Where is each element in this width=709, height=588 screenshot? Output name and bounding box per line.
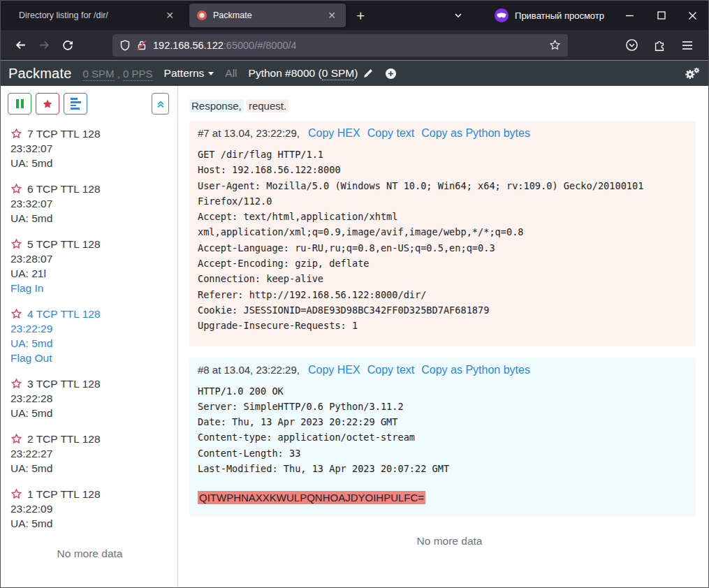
tab-directory-listing[interactable]: Directory listing for /dir/ ✕ bbox=[12, 3, 184, 27]
chevron-down-icon bbox=[208, 72, 214, 75]
pause-capture-button[interactable] bbox=[8, 93, 31, 115]
extensions-puzzle-icon[interactable] bbox=[648, 34, 671, 57]
packet-list-item-3[interactable]: 3 TCP TTL 128 23:22:28 UA: 5md bbox=[10, 376, 169, 420]
reload-button[interactable] bbox=[57, 34, 79, 57]
packet-ua: UA: 5md bbox=[10, 156, 169, 170]
favorite-star-icon[interactable] bbox=[10, 128, 22, 140]
packet-title: 6 TCP TTL 128 bbox=[27, 182, 101, 196]
url-host: 192.168.56.122 bbox=[153, 40, 224, 51]
packet-list-item-5[interactable]: 5 TCP TTL 128 23:28:07 UA: 21l Flag In bbox=[10, 237, 169, 295]
forward-button[interactable] bbox=[33, 34, 55, 57]
flag-in-label[interactable]: Flag In bbox=[10, 281, 169, 295]
bookmark-star-icon[interactable] bbox=[549, 39, 561, 51]
url-text[interactable]: 192.168.56.122:65000/#/8000/4 bbox=[153, 40, 543, 51]
packet-title: 3 TCP TTL 128 bbox=[27, 376, 101, 391]
favorite-star-icon[interactable] bbox=[10, 378, 22, 390]
copy-text-link[interactable]: Copy text bbox=[367, 364, 415, 376]
tab-packmate[interactable]: Packmate ✕ bbox=[189, 3, 346, 27]
packmate-header: Packmate 0 SPM , 0 PPS Patterns All Pyth… bbox=[1, 61, 708, 86]
url-path: :65000/#/8000/4 bbox=[224, 40, 297, 51]
packet-sidebar: 7 TCP TTL 128 23:32:07 UA: 5md 6 TCP TTL… bbox=[1, 86, 178, 587]
packet-time: 23:22:29 bbox=[10, 321, 169, 336]
shield-icon[interactable] bbox=[119, 40, 131, 51]
packet-detail-pane: Response, request. #7 at 13.04, 23:22:29… bbox=[178, 86, 708, 587]
settings-gears-icon[interactable] bbox=[684, 66, 701, 81]
packet-time: 23:22:27 bbox=[10, 446, 169, 461]
packet-ua: UA: 5md bbox=[10, 406, 169, 420]
sidebar-toolbar bbox=[8, 93, 169, 115]
packet-time: 23:32:07 bbox=[10, 141, 169, 156]
back-button[interactable] bbox=[9, 34, 31, 57]
nav-toolbar: 192.168.56.122:65000/#/8000/4 bbox=[1, 30, 708, 61]
pocket-icon[interactable] bbox=[620, 34, 643, 57]
packet-payload: HTTP/1.0 200 OK Server: SimpleHTTP/0.6 P… bbox=[198, 383, 663, 477]
tab-title: Directory listing for /dir/ bbox=[19, 10, 163, 20]
patterns-dropdown[interactable]: Patterns bbox=[164, 67, 214, 80]
packet-list-item-1[interactable]: 1 TCP TTL 128 23:22:09 UA: 5md bbox=[10, 487, 169, 531]
packet-list-item-6[interactable]: 6 TCP TTL 128 23:32:07 UA: 5md bbox=[10, 182, 169, 226]
packet-list-item-7[interactable]: 7 TCP TTL 128 23:32:07 UA: 5md bbox=[10, 126, 169, 170]
packet-title: 5 TCP TTL 128 bbox=[27, 237, 101, 251]
tab-bar: Directory listing for /dir/ ✕ Packmate ✕… bbox=[1, 1, 708, 30]
flag-out-label[interactable]: Flag Out bbox=[10, 351, 169, 365]
service-tab-python-8000[interactable]: Python #8000 (0 SPM) bbox=[249, 67, 374, 80]
copy-text-link[interactable]: Copy text bbox=[367, 127, 415, 140]
new-tab-button[interactable]: ＋ bbox=[350, 5, 371, 26]
packet-time: 23:22:09 bbox=[10, 501, 169, 516]
packet-title: 4 TCP TTL 128 bbox=[27, 307, 101, 321]
filter-all-link[interactable]: All bbox=[225, 67, 237, 80]
sidebar-no-more-data: No more data bbox=[10, 547, 169, 560]
favorite-star-icon[interactable] bbox=[10, 183, 22, 195]
packet-title: 2 TCP TTL 128 bbox=[27, 432, 101, 446]
close-window-button[interactable] bbox=[677, 1, 708, 30]
main-no-more-data: No more data bbox=[189, 535, 708, 547]
packet-list-item-4-selected[interactable]: 4 TCP TTL 128 23:22:29 UA: 5md Flag Out bbox=[10, 307, 169, 365]
packet-payload: GET /dir/flag HTTP/1.1 Host: 192.168.56.… bbox=[198, 147, 663, 334]
private-badge-label: Приватный просмотр bbox=[515, 10, 604, 21]
private-mask-icon bbox=[494, 8, 509, 23]
flag-match-highlight: QITWPHNAXXKWULPQNHOAJDYOIHPULFC= bbox=[198, 491, 425, 504]
packet-list-item-2[interactable]: 2 TCP TTL 128 23:22:27 UA: 5md bbox=[10, 432, 169, 476]
packet-time: 23:22:28 bbox=[10, 391, 169, 406]
tab-close-icon[interactable]: ✕ bbox=[325, 8, 339, 22]
packet-list: 7 TCP TTL 128 23:32:07 UA: 5md 6 TCP TTL… bbox=[8, 126, 169, 560]
spm-stat: 0 SPM bbox=[83, 68, 115, 81]
favorite-star-icon[interactable] bbox=[10, 433, 22, 445]
star-icon bbox=[42, 98, 53, 110]
double-chevron-up-icon bbox=[156, 99, 166, 109]
add-service-icon[interactable] bbox=[385, 68, 397, 80]
url-bar[interactable]: 192.168.56.122:65000/#/8000/4 bbox=[112, 34, 568, 57]
packet-ua: UA: 5md bbox=[10, 461, 169, 476]
packet-time: 23:32:07 bbox=[10, 196, 169, 211]
favorite-star-icon[interactable] bbox=[10, 488, 22, 500]
tab-close-icon[interactable]: ✕ bbox=[163, 8, 177, 22]
packet-title: 7 TCP TTL 128 bbox=[27, 126, 101, 141]
list-tabs-chevron-icon[interactable] bbox=[448, 5, 469, 26]
pattern-filter-button[interactable] bbox=[64, 93, 87, 115]
lines-icon bbox=[71, 98, 81, 109]
edit-pencil-icon[interactable] bbox=[363, 68, 374, 79]
favorites-filter-button[interactable] bbox=[36, 93, 59, 115]
packet-meta: #8 at 13.04, 23:22:29, bbox=[198, 364, 300, 376]
copy-python-bytes-link[interactable]: Copy as Python bytes bbox=[421, 364, 530, 376]
minimize-button[interactable] bbox=[614, 1, 645, 30]
favorite-star-icon[interactable] bbox=[10, 238, 22, 250]
packet-title: 1 TCP TTL 128 bbox=[27, 487, 101, 501]
packet-ua: UA: 5md bbox=[10, 336, 169, 351]
insecure-lock-icon[interactable] bbox=[136, 40, 147, 51]
favorite-star-icon[interactable] bbox=[10, 308, 22, 320]
menu-hamburger-icon[interactable] bbox=[676, 34, 699, 57]
pause-icon bbox=[16, 99, 24, 108]
packmate-favicon-icon bbox=[196, 10, 207, 21]
brand-title[interactable]: Packmate bbox=[8, 66, 72, 82]
scroll-top-button[interactable] bbox=[152, 93, 169, 115]
copy-hex-link[interactable]: Copy HEX bbox=[308, 127, 360, 140]
copy-hex-link[interactable]: Copy HEX bbox=[308, 364, 360, 376]
maximize-button[interactable] bbox=[645, 1, 677, 30]
copy-python-bytes-link[interactable]: Copy as Python bytes bbox=[421, 127, 530, 140]
legend-response: Response, bbox=[189, 99, 244, 112]
pps-stat: 0 PPS bbox=[123, 68, 153, 81]
browser-window: Directory listing for /dir/ ✕ Packmate ✕… bbox=[0, 0, 709, 588]
tab-title: Packmate bbox=[213, 10, 325, 20]
private-browsing-badge: Приватный просмотр bbox=[494, 8, 604, 23]
